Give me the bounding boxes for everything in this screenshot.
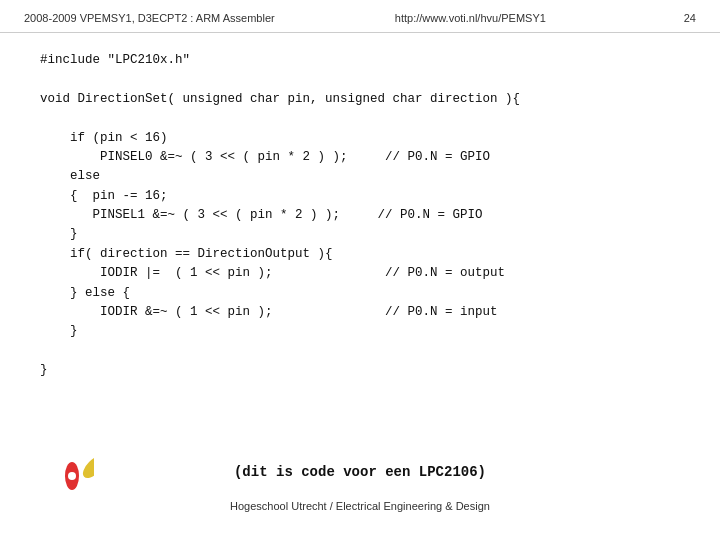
caption-area: (dit is code voor een LPC2106) <box>0 462 720 480</box>
header-course: 2008-2009 VPEMSY1, D3ECPT2 : ARM Assembl… <box>24 12 275 24</box>
caption-text: (dit is code voor een LPC2106) <box>234 464 486 480</box>
slide-header: 2008-2009 VPEMSY1, D3ECPT2 : ARM Assembl… <box>0 0 720 33</box>
header-url: http://www.voti.nl/hvu/PEMSY1 <box>275 12 666 24</box>
header-page: 24 <box>666 12 696 24</box>
main-content: #include "LPC210x.h" void DirectionSet( … <box>0 33 720 390</box>
footer: Hogeschool Utrecht / Electrical Engineer… <box>0 500 720 512</box>
code-block: #include "LPC210x.h" void DirectionSet( … <box>40 51 680 380</box>
